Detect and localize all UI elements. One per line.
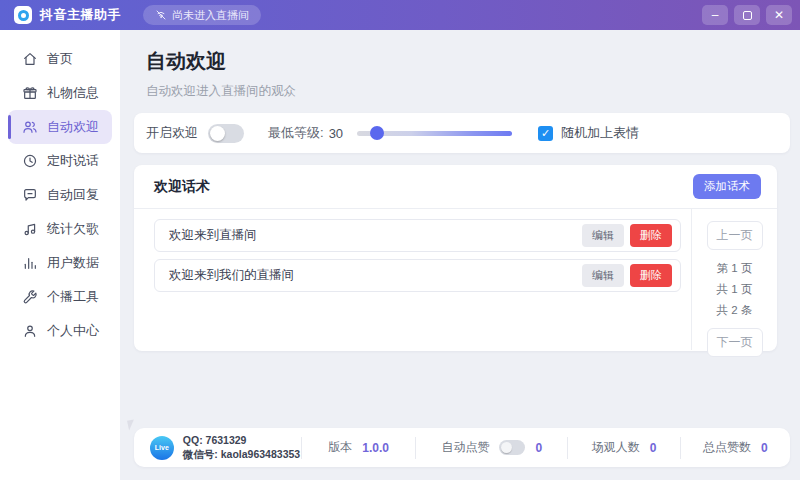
- viewers-label: 场观人数: [592, 439, 640, 456]
- toggle-knob: [501, 442, 512, 453]
- sidebar-item-label: 自动回复: [47, 186, 99, 204]
- maximize-button[interactable]: [734, 5, 760, 25]
- auto-like-value: 0: [535, 441, 542, 455]
- footer-status-bar: Live QQ: 7631329 微信号: kaola963483353 版本 …: [134, 428, 790, 467]
- pagination: 上一页 第 1 页 共 1 页 共 2 条 下一页: [691, 209, 777, 350]
- clock-icon: [22, 153, 38, 169]
- sidebar-item-auto-welcome[interactable]: 自动欢迎: [8, 110, 112, 144]
- bar-chart-icon: [22, 255, 38, 271]
- status-badge: 尚未进入直播间: [143, 5, 261, 25]
- phrases-card-title: 欢迎话术: [154, 178, 210, 196]
- sidebar-item-label: 自动欢迎: [47, 118, 99, 136]
- welcome-phrases-card: 欢迎话术 添加话术 欢迎来到直播间 编辑 删除 欢迎来到我们的直播间 编辑: [134, 165, 777, 351]
- welcome-settings-card: 开启欢迎 最低等级: 30 ✓ 随机加上表情: [134, 113, 790, 153]
- welcome-toggle-label: 开启欢迎: [146, 124, 198, 142]
- add-phrase-button[interactable]: 添加话术: [693, 174, 761, 199]
- phrase-text: 欢迎来到直播间: [169, 227, 582, 244]
- total-pages-text: 共 1 页: [717, 282, 753, 297]
- edit-button[interactable]: 编辑: [582, 264, 624, 287]
- live-off-icon: [155, 9, 167, 21]
- window-controls: – ✕: [702, 5, 792, 25]
- status-badge-label: 尚未进入直播间: [172, 8, 249, 23]
- current-page-text: 第 1 页: [717, 261, 753, 276]
- qq-contact: QQ: 7631329: [183, 434, 300, 446]
- auto-like-toggle[interactable]: [499, 440, 525, 455]
- min-level-label: 最低等级:: [268, 124, 324, 142]
- sidebar-item-label: 用户数据: [47, 254, 99, 272]
- close-button[interactable]: ✕: [766, 5, 792, 25]
- delete-button[interactable]: 删除: [630, 224, 672, 247]
- brand-logo-icon: Live: [150, 436, 174, 460]
- sidebar-item-timed-speak[interactable]: 定时说话: [8, 144, 112, 178]
- sidebar-item-auto-reply[interactable]: 自动回复: [8, 178, 112, 212]
- sidebar-item-label: 定时说话: [47, 152, 99, 170]
- page-title: 自动欢迎: [146, 48, 790, 75]
- sidebar-item-user-data[interactable]: 用户数据: [8, 246, 112, 280]
- delete-button[interactable]: 删除: [630, 264, 672, 287]
- sidebar-item-gifts[interactable]: 礼物信息: [8, 76, 112, 110]
- app-title: 抖音主播助手: [40, 6, 121, 24]
- slider-thumb[interactable]: [370, 126, 384, 140]
- minimize-button[interactable]: –: [702, 5, 728, 25]
- min-level-slider[interactable]: [357, 126, 512, 140]
- edit-button[interactable]: 编辑: [582, 224, 624, 247]
- next-page-button[interactable]: 下一页: [707, 328, 763, 357]
- viewers-value: 0: [650, 441, 657, 455]
- sidebar-item-song-stats[interactable]: 统计欠歌: [8, 212, 112, 246]
- sidebar-item-label: 首页: [47, 50, 73, 68]
- sidebar-item-profile[interactable]: 个人中心: [8, 314, 112, 348]
- gift-icon: [22, 85, 38, 101]
- sidebar-item-label: 个人中心: [47, 322, 99, 340]
- sidebar-item-label: 个播工具: [47, 288, 99, 306]
- version-value: 1.0.0: [362, 441, 389, 455]
- emoji-checkbox-label: 随机加上表情: [561, 124, 639, 142]
- page-subtitle: 自动欢迎进入直播间的观众: [146, 83, 790, 100]
- app-window: 抖音主播助手 尚未进入直播间 – ✕ 首页 礼物信息 自动: [0, 0, 800, 480]
- total-likes-value: 0: [761, 441, 768, 455]
- phrase-row: 欢迎来到我们的直播间 编辑 删除: [154, 259, 681, 292]
- person-icon: [22, 323, 38, 339]
- welcome-toggle[interactable]: [208, 124, 244, 143]
- emoji-checkbox[interactable]: ✓: [538, 126, 553, 141]
- toggle-knob: [210, 126, 225, 141]
- prev-page-button[interactable]: 上一页: [707, 221, 763, 250]
- titlebar: 抖音主播助手 尚未进入直播间 – ✕: [0, 0, 800, 30]
- min-level-value: 30: [329, 126, 343, 141]
- phrase-list: 欢迎来到直播间 编辑 删除 欢迎来到我们的直播间 编辑 删除: [134, 209, 691, 350]
- total-likes-label: 总点赞数: [703, 439, 751, 456]
- wechat-contact: 微信号: kaola963483353: [183, 448, 300, 462]
- maximize-icon: [743, 11, 752, 20]
- phrase-row: 欢迎来到直播间 编辑 删除: [154, 219, 681, 252]
- wrench-icon: [22, 289, 38, 305]
- phrase-text: 欢迎来到我们的直播间: [169, 267, 582, 284]
- main-content: 自动欢迎 自动欢迎进入直播间的观众 开启欢迎 最低等级: 30 ✓ 随机加上: [120, 30, 800, 480]
- auto-like-label: 自动点赞: [441, 439, 489, 456]
- people-icon: [22, 119, 38, 135]
- home-icon: [22, 51, 38, 67]
- sidebar-item-stream-tools[interactable]: 个播工具: [8, 280, 112, 314]
- music-icon: [22, 221, 38, 237]
- sidebar: 首页 礼物信息 自动欢迎 定时说话 自动回复 统计欠歌: [0, 30, 120, 480]
- app-logo-icon: [14, 6, 32, 24]
- chat-icon: [22, 187, 38, 203]
- sidebar-item-home[interactable]: 首页: [8, 42, 112, 76]
- sidebar-item-label: 礼物信息: [47, 84, 99, 102]
- sidebar-item-label: 统计欠歌: [47, 220, 99, 238]
- total-items-text: 共 2 条: [717, 303, 753, 318]
- version-label: 版本: [328, 439, 352, 456]
- mouse-cursor: [127, 419, 136, 430]
